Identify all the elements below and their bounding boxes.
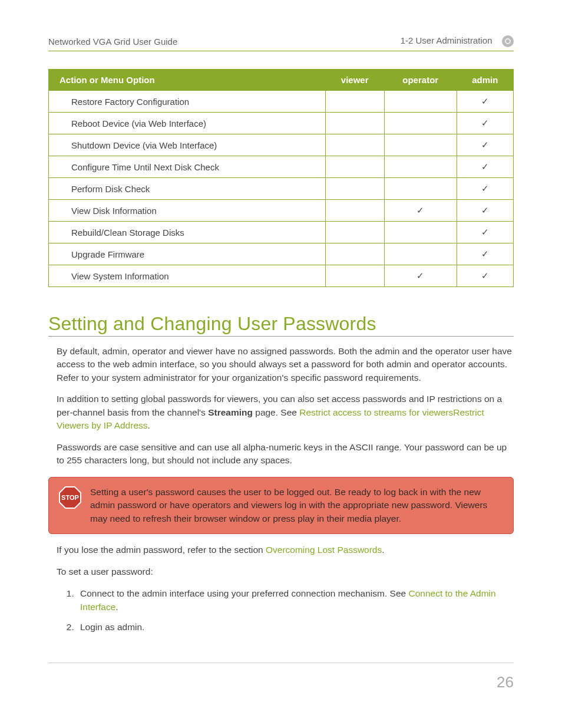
text: . <box>115 602 118 612</box>
text: . <box>148 420 150 430</box>
cell-operator: ✓ <box>384 200 457 222</box>
table-row: View System Information✓✓ <box>49 265 514 287</box>
link-restrict-streams[interactable]: Restrict access to streams for viewers <box>299 407 453 417</box>
table-row: View Disk Information✓✓ <box>49 200 514 222</box>
cell-admin: ✓ <box>457 91 513 113</box>
cell-viewer <box>325 113 384 134</box>
cell-operator: ✓ <box>384 265 457 287</box>
cell-operator <box>384 91 457 113</box>
cell-action: Restore Factory Configuration <box>49 91 326 113</box>
cell-viewer <box>325 200 384 222</box>
cell-viewer <box>325 222 384 243</box>
cell-admin: ✓ <box>457 134 513 156</box>
table-row: Upgrade Firmware✓ <box>49 243 514 265</box>
paragraph-to-set: To set a user password: <box>57 565 514 578</box>
cell-operator <box>384 222 457 243</box>
paragraph-lost-password: If you lose the admin password, refer to… <box>57 543 514 556</box>
paragraph-intro: By default, admin, operator and viewer h… <box>57 345 514 384</box>
cell-action: Configure Time Until Next Disk Check <box>49 156 326 178</box>
section-heading: Setting and Changing User Passwords <box>48 313 514 337</box>
spiral-icon <box>502 35 514 47</box>
cell-action: View Disk Information <box>49 200 326 222</box>
stop-callout: STOP Setting a user's password causes th… <box>48 477 514 534</box>
table-row: Rebuild/Clean Storage Disks✓ <box>49 222 514 243</box>
cell-admin: ✓ <box>457 222 513 243</box>
text: . <box>382 545 384 555</box>
header-right: 1-2 User Administration <box>401 35 492 45</box>
table-row: Shutdown Device (via Web Interface)✓ <box>49 134 514 156</box>
page-number: 26 <box>497 673 514 691</box>
svg-text:STOP: STOP <box>61 494 79 501</box>
stop-icon: STOP <box>58 486 82 509</box>
cell-action: Upgrade Firmware <box>49 243 326 265</box>
cell-operator <box>384 243 457 265</box>
steps-list: Connect to the admin interface using you… <box>48 587 514 634</box>
cell-action: Shutdown Device (via Web Interface) <box>49 134 326 156</box>
cell-viewer <box>325 243 384 265</box>
table-row: Reboot Device (via Web Interface)✓ <box>49 113 514 134</box>
table-row: Restore Factory Configuration✓ <box>49 91 514 113</box>
table-row: Configure Time Until Next Disk Check✓ <box>49 156 514 178</box>
cell-viewer <box>325 156 384 178</box>
text: If you lose the admin password, refer to… <box>57 545 266 555</box>
header-left: Networked VGA Grid User Guide <box>48 37 177 47</box>
col-admin: admin <box>457 70 513 91</box>
cell-action: Rebuild/Clean Storage Disks <box>49 222 326 243</box>
text: Connect to the admin interface using you… <box>80 588 408 598</box>
table-row: Perform Disk Check✓ <box>49 178 514 200</box>
cell-admin: ✓ <box>457 113 513 134</box>
cell-viewer <box>325 91 384 113</box>
step-1: Connect to the admin interface using you… <box>77 587 514 614</box>
cell-operator <box>384 178 457 200</box>
footer-rule <box>48 663 514 663</box>
col-viewer: viewer <box>325 70 384 91</box>
cell-admin: ✓ <box>457 243 513 265</box>
cell-viewer <box>325 265 384 287</box>
paragraph-password-rules: Passwords are case sensitive and can use… <box>57 441 514 467</box>
cell-viewer <box>325 178 384 200</box>
link-lost-passwords[interactable]: Overcoming Lost Passwords <box>266 545 382 555</box>
cell-admin: ✓ <box>457 200 513 222</box>
cell-action: Perform Disk Check <box>49 178 326 200</box>
cell-admin: ✓ <box>457 156 513 178</box>
page-header: Networked VGA Grid User Guide 1-2 User A… <box>48 35 514 51</box>
callout-text: Setting a user's password causes the use… <box>90 486 504 525</box>
step-2: Login as admin. <box>77 620 514 634</box>
cell-admin: ✓ <box>457 178 513 200</box>
cell-action: Reboot Device (via Web Interface) <box>49 113 326 134</box>
cell-operator <box>384 134 457 156</box>
cell-operator <box>384 156 457 178</box>
cell-admin: ✓ <box>457 265 513 287</box>
streaming-bold: Streaming <box>208 407 253 417</box>
paragraph-streaming: In addition to setting global passwords … <box>57 393 514 432</box>
permissions-table: Action or Menu Option viewer operator ad… <box>48 69 514 287</box>
cell-action: View System Information <box>49 265 326 287</box>
table-header-row: Action or Menu Option viewer operator ad… <box>49 70 514 91</box>
col-action: Action or Menu Option <box>49 70 326 91</box>
col-operator: operator <box>384 70 457 91</box>
cell-viewer <box>325 134 384 156</box>
cell-operator <box>384 113 457 134</box>
text: page. See <box>253 407 299 417</box>
